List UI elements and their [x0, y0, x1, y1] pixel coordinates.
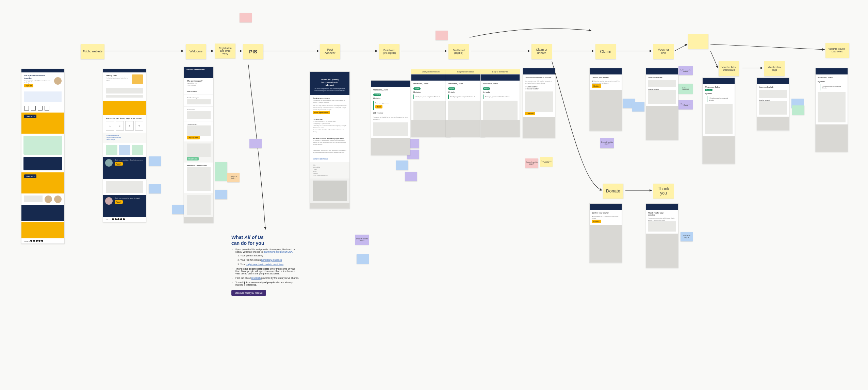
node-registration[interactable]: Registration and email verify: [215, 44, 235, 58]
note-dash-top[interactable]: [436, 31, 448, 40]
page-claim-or-donate: Claim or donate the £10 voucher You can …: [523, 68, 555, 138]
dash-14d-title: 14 days to claim/donate: [411, 69, 451, 74]
link-medicines[interactable]: body's reaction to certain medicines: [246, 263, 283, 266]
feature-icon: [45, 106, 49, 111]
node-donate[interactable]: Donate: [603, 184, 623, 199]
link-hereditary[interactable]: hereditary diseases: [261, 259, 282, 261]
node-thank-you[interactable]: Thank you: [653, 184, 674, 199]
join-cta[interactable]: Sign up now: [187, 136, 200, 139]
tp-title: Taking part: [106, 74, 130, 77]
page-confirm-claim: Confirm your answer ⦿ Claim the voucher …: [589, 68, 622, 131]
page-voucher-link-dash: Welcome, John Enrolled My tasks ✔ Thank …: [702, 78, 735, 164]
step-card: 2: [116, 121, 124, 131]
person-image: [54, 196, 62, 203]
note-postconsent-drop[interactable]: Drop off on this page?: [355, 235, 369, 245]
note-add-time[interactable]: Add time to dashboard: [678, 84, 693, 94]
person-image: [45, 196, 52, 203]
join-title: Join Our Future Health: [184, 67, 213, 78]
node-public-website[interactable]: Public website: [81, 44, 104, 59]
step-card: 3: [125, 121, 134, 131]
note-pis-side-1[interactable]: [249, 139, 262, 148]
confirm-cta[interactable]: Confirm: [592, 84, 601, 88]
pc-dash-link[interactable]: Go to my dashboard: [313, 158, 328, 160]
note-vlp-2[interactable]: [792, 105, 804, 115]
node-voucher-top[interactable]: [688, 34, 708, 49]
page-voucher-link: Your voucher link Voucher support: [646, 68, 678, 140]
note-pis-top[interactable]: [240, 13, 252, 22]
hero-cta[interactable]: Sign up: [24, 84, 33, 88]
dash-welcome: Welcome, John: [371, 87, 410, 94]
feature-icon: [31, 106, 36, 111]
note-pis-side-3[interactable]: [215, 171, 227, 181]
note-pis-side-4[interactable]: Design of the…: [227, 173, 240, 182]
node-voucher-link-dash[interactable]: Voucher link - Dashboard: [719, 61, 739, 76]
dash-14d-wrapper: 14 days to claim/donate Welcome, John El…: [411, 69, 451, 137]
confirm-title: Confirm your answer: [592, 77, 620, 79]
allofus-heading: What All of Us can do for you: [231, 235, 299, 246]
node-claim[interactable]: Claim: [595, 44, 616, 59]
page-thank-you: Thank you for yourdonation Your generous…: [646, 203, 678, 268]
dash-5d-wrapper: 5 days to claim/donate Welcome, John Eli…: [446, 69, 485, 137]
node-welcome[interactable]: Welcome: [186, 44, 206, 59]
note-pis-side-5[interactable]: [215, 190, 227, 199]
node-dash-pre[interactable]: Dashboard (pre-eligible): [379, 44, 399, 59]
node-pis[interactable]: PIS: [243, 44, 263, 59]
page-post-consent: Thank you [name] for consenting to take …: [310, 71, 350, 209]
svg-line-10: [710, 44, 825, 50]
page-taking-part: Taking part Find out what's involved and…: [103, 69, 146, 222]
feature-icon: [38, 106, 43, 111]
note-col2-1[interactable]: [149, 156, 161, 166]
node-dash-eligible[interactable]: Dashboard (eligible): [448, 44, 469, 59]
step-card: 1: [106, 121, 114, 131]
page-dash-pre: Welcome, John Enrolled My tasks Book you…: [371, 80, 410, 155]
note-pis-side-2[interactable]: [215, 162, 227, 171]
steps-heading: How to take part: 4 easy steps to get st…: [106, 117, 143, 120]
note-dashpre-4[interactable]: [405, 172, 417, 181]
user-flow-board[interactable]: Public website Welcome Registration and …: [0, 0, 868, 390]
donate-confirm-cta[interactable]: Confirm: [592, 220, 601, 223]
pc-book-cta[interactable]: Book appointment: [313, 111, 330, 115]
note-cod-stats[interactable]: Keep analytics on this page: [540, 157, 553, 167]
amber-cta[interactable]: Learn more: [24, 115, 36, 118]
note-thanks-vague[interactable]: feels a bit vague: [681, 232, 693, 241]
node-claim-or-donate[interactable]: Claim or donate: [531, 44, 552, 59]
join-how: How it works: [187, 90, 211, 93]
hero-title: Let's prevent disease together: [24, 74, 52, 80]
page-join: Join Our Future Health Who can take part…: [184, 67, 214, 223]
dash-1d-wrapper: 1 day to claim/donate Welcome, John Elig…: [480, 69, 520, 137]
node-voucher-link-page[interactable]: Voucher link page: [764, 61, 785, 76]
page-voucher-link-page: Your voucher link Voucher support: [757, 78, 789, 131]
note-claim-drop[interactable]: Drop off on this page?: [600, 138, 614, 148]
allofus-cta[interactable]: Discover what you receive: [231, 290, 266, 296]
note-dashpre-3[interactable]: [396, 160, 408, 170]
hero-sub: Helping people in the UK live healthier …: [24, 80, 52, 84]
vl-title: Your voucher link: [648, 77, 676, 79]
dash-book-cta[interactable]: Book: [375, 105, 382, 109]
dash-5d-title: 5 days to claim/donate: [446, 69, 485, 74]
hero-image: [54, 77, 62, 85]
link-dna[interactable]: learn more about your DNA: [264, 251, 293, 253]
amber2-cta[interactable]: Learn more: [24, 174, 36, 178]
note-col2-2[interactable]: [149, 184, 161, 193]
note-postconsent-2[interactable]: [357, 254, 369, 264]
svg-line-9: [674, 44, 687, 51]
note-update-link[interactable]: Update to voucher link page: [678, 66, 693, 75]
note-cod-drop[interactable]: Drop off on this page?: [525, 158, 538, 168]
node-voucher-issued[interactable]: Voucher Issued - Dashboard: [825, 43, 849, 58]
page-voucher-issued: Welcome, John My tasks ✔ Thank you, you'…: [815, 68, 848, 152]
dash-1d-title: 1 day to claim/donate: [480, 69, 520, 74]
note-reg-1[interactable]: [172, 205, 184, 214]
tp-hero-image: [132, 74, 143, 84]
node-voucher-link[interactable]: Voucher link: [653, 44, 674, 59]
cod-cta[interactable]: Continue: [525, 112, 535, 116]
link-research[interactable]: research: [251, 277, 261, 279]
panel-all-of-us: What All of Us can do for you If you joi…: [231, 235, 299, 296]
alt-cta[interactable]: Read more: [187, 157, 199, 161]
step-card: 4: [135, 121, 144, 131]
node-post-consent[interactable]: Post consent: [320, 44, 340, 59]
follow-us-2: Follow us: [103, 217, 146, 222]
note-change-voucher[interactable]: Change voucher display: [678, 100, 693, 109]
svg-line-11: [710, 51, 718, 68]
note-claim-3[interactable]: [632, 102, 644, 112]
page-public-website: Let's prevent disease together Helping p…: [21, 69, 65, 244]
